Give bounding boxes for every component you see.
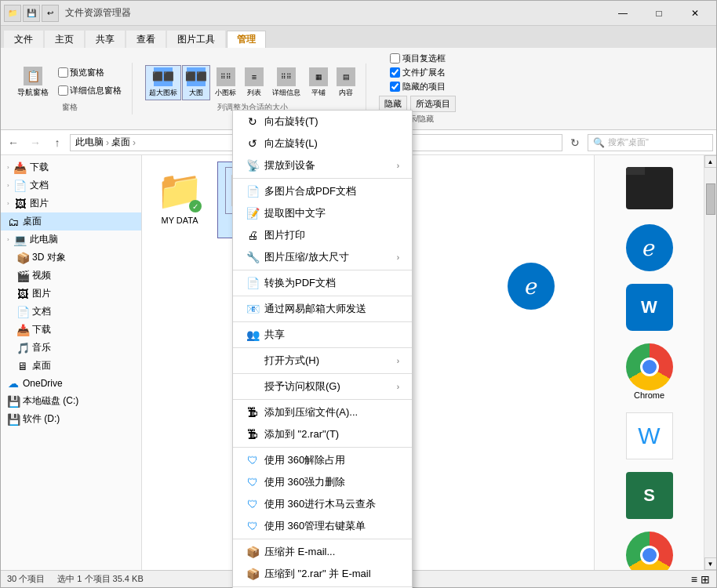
device-icon: 📡 bbox=[246, 158, 260, 172]
ribbon-btn-content[interactable]: ▤ 内容 bbox=[333, 65, 359, 100]
preview-checkbox[interactable] bbox=[58, 67, 68, 78]
right-item-chrome2[interactable] bbox=[598, 528, 701, 570]
tab-picture-tools[interactable]: 图片工具 bbox=[167, 31, 225, 48]
menu-extract-text[interactable]: 📝 提取图中文字 bbox=[233, 202, 412, 224]
menu-add-zip[interactable]: 🗜 添加到压缩文件(A)... bbox=[233, 401, 412, 423]
addrar-icon: 🗜 bbox=[246, 427, 260, 441]
ribbon-btn-tile[interactable]: ▦ 平铺 bbox=[305, 65, 332, 100]
right-item-wps-word2[interactable]: W bbox=[598, 409, 701, 463]
view-grid-btn[interactable]: ⊞ bbox=[701, 573, 710, 586]
up-button[interactable]: ↑ bbox=[48, 133, 67, 152]
scroll-down-btn[interactable]: ▼ bbox=[704, 557, 717, 570]
sep-3 bbox=[233, 296, 412, 296]
menu-rotate-left[interactable]: ↺ 向左旋转(L) bbox=[233, 132, 412, 154]
sidebar-item-music[interactable]: 🎵 音乐 bbox=[1, 339, 141, 357]
file-item-mydata[interactable]: 📁 ✓ MY DATA bbox=[148, 162, 211, 238]
close-button[interactable]: ✕ bbox=[677, 1, 713, 26]
minimize-button[interactable]: — bbox=[605, 1, 641, 26]
sidebar-item-videos[interactable]: 🎬 视频 bbox=[1, 267, 141, 285]
ribbon-btn-nav-pane[interactable]: 📋 导航窗格 bbox=[13, 64, 53, 100]
path-desktop: 桌面 bbox=[111, 136, 130, 149]
sidebar-item-documents[interactable]: › 📄 文档 bbox=[1, 176, 141, 194]
menu-print[interactable]: 🖨 图片打印 bbox=[233, 224, 412, 246]
menu-360-remove[interactable]: 🛡 使用 360解除占用 bbox=[233, 449, 412, 471]
scroll-up-btn[interactable]: ▲ bbox=[704, 155, 717, 168]
scrollbar[interactable]: ▲ ▼ bbox=[704, 155, 716, 570]
right-item-wps-blue[interactable]: W bbox=[598, 281, 701, 334]
hidden-checkbox[interactable] bbox=[390, 82, 400, 92]
right-item-wps-sheet[interactable]: S bbox=[598, 469, 701, 522]
sep-2 bbox=[233, 270, 412, 270]
sidebar-item-download[interactable]: › 📥 下载 bbox=[1, 158, 141, 176]
multiselect-checkbox[interactable] bbox=[390, 53, 400, 64]
ext-checkbox[interactable] bbox=[390, 67, 400, 78]
right-item-black-folder[interactable] bbox=[598, 162, 701, 215]
detail-checkbox[interactable] bbox=[58, 85, 68, 96]
sep-8 bbox=[233, 447, 412, 448]
to-pdf-icon: 📄 bbox=[246, 276, 260, 290]
right-item-ie[interactable]: ℯ bbox=[598, 221, 701, 274]
right-chrome2-icon bbox=[626, 532, 673, 570]
ribbon-btn-small-icons[interactable]: ⠿⠿ 小图标 bbox=[211, 65, 240, 100]
context-menu: ↻ 向右旋转(T) ↺ 向左旋转(L) 📡 摆放到设备 › 📄 多图片合成PDF… bbox=[232, 110, 413, 588]
ribbon-tabs: 文件 主页 共享 查看 图片工具 管理 bbox=[1, 26, 716, 48]
menu-access[interactable]: 授予访问权限(G) › bbox=[233, 376, 412, 397]
menu-compress-image[interactable]: 🔧 图片压缩/放大尺寸 › bbox=[233, 246, 412, 268]
sidebar-item-pictures2[interactable]: 🖼 图片 bbox=[1, 285, 141, 303]
menu-to-pdf[interactable]: 📄 转换为PDF文档 bbox=[233, 272, 412, 294]
pane-group-label: 窗格 bbox=[62, 102, 78, 113]
ribbon-btn-details[interactable]: ⠿⠿ 详细信息 bbox=[268, 65, 304, 100]
sidebar-item-desk2[interactable]: 🖥 桌面 bbox=[1, 357, 141, 375]
menu-zip-rar-email[interactable]: 📦 压缩到 "2.rar" 并 E-mail bbox=[233, 563, 412, 585]
tab-share[interactable]: 共享 bbox=[86, 31, 125, 48]
undo-icon[interactable]: ↩ bbox=[42, 5, 59, 22]
tab-manage[interactable]: 管理 bbox=[227, 31, 266, 48]
menu-360-scan[interactable]: 🛡 使用 360进行木马云查杀 bbox=[233, 493, 412, 515]
ribbon-btn-detail[interactable]: 详细信息窗格 bbox=[54, 82, 126, 99]
menu-share[interactable]: 👥 共享 bbox=[233, 324, 412, 346]
sidebar-item-desktop[interactable]: 🗂 桌面 bbox=[1, 212, 141, 230]
forward-button[interactable]: → bbox=[26, 133, 45, 152]
tab-home[interactable]: 主页 bbox=[45, 31, 84, 48]
tab-file[interactable]: 文件 bbox=[4, 31, 43, 48]
ribbon-btn-preview[interactable]: 预览窗格 bbox=[54, 64, 126, 81]
menu-zip-email[interactable]: 📦 压缩并 E-mail... bbox=[233, 541, 412, 563]
sidebar-item-computer[interactable]: › 💻 此电脑 bbox=[1, 230, 141, 249]
menu-send-to-device[interactable]: 📡 摆放到设备 › bbox=[233, 154, 412, 176]
nav-pane-icon: 📋 bbox=[24, 67, 42, 85]
menu-360-delete[interactable]: 🛡 使用 360强力删除 bbox=[233, 471, 412, 493]
sidebar-item-3d[interactable]: 📦 3D 对象 bbox=[1, 249, 141, 267]
view-list-btn[interactable]: ≡ bbox=[691, 573, 697, 586]
menu-merge-pdf[interactable]: 📄 多图片合成PDF文档 bbox=[233, 180, 412, 202]
file-item-ie[interactable]: ℯ bbox=[500, 257, 562, 315]
zip-rar-email-icon: 📦 bbox=[246, 567, 260, 581]
sidebar-item-pictures[interactable]: › 🖼 图片 bbox=[1, 194, 141, 212]
sidebar-item-docs2[interactable]: 📄 文档 bbox=[1, 303, 141, 321]
back-button[interactable]: ← bbox=[4, 133, 23, 152]
refresh-button[interactable]: ↻ bbox=[566, 133, 584, 152]
rotate-left-icon: ↺ bbox=[246, 136, 260, 151]
sidebar-item-onedrive[interactable]: ☁ OneDrive bbox=[1, 375, 141, 392]
search-box[interactable]: 🔍 搜索"桌面" bbox=[588, 134, 713, 151]
ribbon-btn-big-icons[interactable]: ⬛⬛ 大图 bbox=[182, 65, 210, 100]
sep-4 bbox=[233, 321, 412, 322]
sep-7 bbox=[233, 399, 412, 400]
menu-rotate-right[interactable]: ↻ 向右旋转(T) bbox=[233, 111, 412, 132]
sidebar-item-locals[interactable]: 💾 软件 (D:) bbox=[1, 410, 141, 428]
black-folder-icon bbox=[626, 165, 673, 212]
sidebar-item-download2[interactable]: 📥 下载 bbox=[1, 321, 141, 339]
hide-selected-button[interactable]: 所选项目 bbox=[410, 96, 456, 112]
tab-view[interactable]: 查看 bbox=[126, 31, 166, 48]
menu-add-rar[interactable]: 🗜 添加到 "2.rar"(T) bbox=[233, 423, 412, 445]
title-text: 文件资源管理器 bbox=[65, 6, 131, 20]
quick-access-icon[interactable]: 💾 bbox=[23, 5, 40, 22]
ribbon-btn-list[interactable]: ≡ 列表 bbox=[241, 65, 268, 100]
sidebar-item-localc[interactable]: 💾 本地磁盘 (C:) bbox=[1, 392, 141, 410]
ribbon-btn-large-icons[interactable]: ⬛⬛ 超大图标 bbox=[145, 65, 181, 100]
scroll-thumb[interactable] bbox=[706, 183, 715, 215]
menu-360-menu[interactable]: 🛡 使用 360管理右键菜单 bbox=[233, 515, 412, 537]
menu-send-email[interactable]: 📧 通过网易邮箱大师发送 bbox=[233, 298, 412, 320]
maximize-button[interactable]: □ bbox=[641, 1, 677, 26]
menu-open-with[interactable]: 打开方式(H) › bbox=[233, 350, 412, 372]
right-item-chrome[interactable]: Chrome bbox=[598, 340, 701, 403]
